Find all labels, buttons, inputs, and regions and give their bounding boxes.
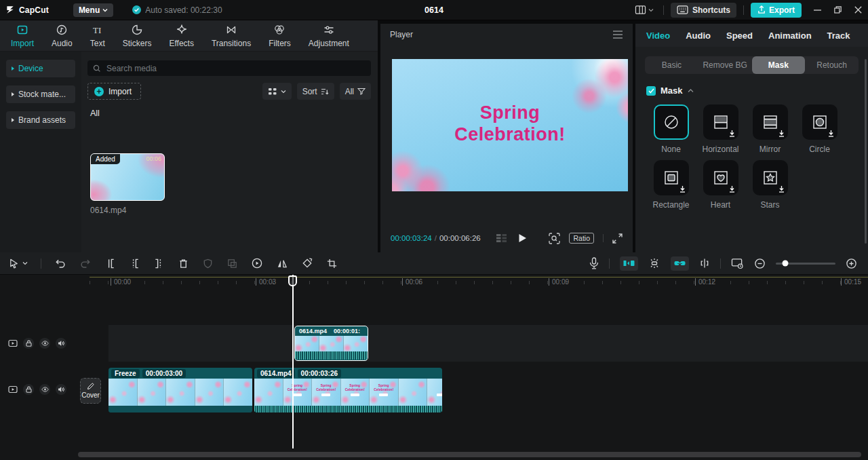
link-clips-button[interactable] [671, 256, 689, 271]
mask-option-rectangle[interactable]: Rectangle [646, 160, 696, 210]
sidebar-item-device[interactable]: Device [6, 60, 75, 77]
tab-audio-props[interactable]: Audio [686, 31, 711, 41]
mask-none-tile[interactable] [654, 104, 689, 140]
tab-stickers[interactable]: Stickers [123, 23, 152, 48]
mask-option-heart[interactable]: Heart [696, 160, 745, 210]
auto-snap-button[interactable] [648, 258, 660, 269]
restore-button[interactable] [827, 0, 848, 20]
edit-cover-button[interactable]: Cover [80, 378, 101, 404]
tab-adjustment[interactable]: Adjustment [309, 23, 349, 48]
mask-horizontal-tile[interactable] [703, 104, 738, 140]
subtab-mask[interactable]: Mask [752, 56, 806, 74]
mask-checkbox[interactable] [646, 86, 656, 96]
tab-animation[interactable]: Animation [768, 31, 812, 41]
tab-import[interactable]: Import [11, 23, 34, 48]
mute-track-button[interactable] [56, 384, 66, 395]
sidebar-item-stock-materials[interactable]: Stock mate... [6, 85, 75, 103]
mask-stars-tile[interactable] [753, 160, 788, 195]
preview-axis-button[interactable] [699, 258, 710, 269]
rotate-button[interactable] [301, 257, 313, 269]
split-button[interactable] [104, 258, 116, 269]
media-thumbnail[interactable]: Added 00:06 [90, 153, 165, 201]
tab-track[interactable]: Track [827, 31, 850, 41]
tab-speed[interactable]: Speed [726, 31, 753, 41]
hide-track-button[interactable] [39, 338, 50, 349]
tab-effects[interactable]: Effects [169, 23, 193, 48]
lock-track-button[interactable] [23, 384, 34, 395]
tab-video[interactable]: Video [646, 31, 670, 41]
record-voiceover-button[interactable] [589, 257, 599, 269]
sort-button[interactable]: Sort [297, 83, 334, 100]
tab-audio[interactable]: Audio [52, 23, 73, 48]
panel-scrollbar[interactable] [865, 59, 867, 244]
subtab-basic[interactable]: Basic [645, 56, 698, 74]
ratio-button[interactable]: Ratio [569, 233, 594, 244]
timeline-scrollbar[interactable] [78, 452, 861, 457]
hide-track-button[interactable] [39, 384, 50, 395]
overlay-clip-selected[interactable]: 0614.mp4 00:00:01: [294, 326, 368, 361]
minimize-button[interactable] [807, 0, 827, 20]
mask-tool-button[interactable] [202, 258, 214, 269]
mask-option-stars[interactable]: Stars [745, 160, 795, 210]
mask-circle-tile[interactable] [802, 104, 837, 140]
delete-right-button[interactable] [153, 258, 165, 269]
zoom-in-button[interactable] [846, 258, 857, 269]
mask-option-none[interactable]: None [646, 104, 696, 154]
freeze-clip[interactable]: Freeze 00:00:03:00 [108, 368, 252, 413]
search-bar[interactable] [87, 60, 371, 76]
overlay-track-lane[interactable] [108, 325, 868, 362]
playhead[interactable] [292, 275, 294, 448]
mask-mirror-tile[interactable] [753, 104, 788, 140]
mask-heart-tile[interactable] [703, 160, 738, 195]
menu-button[interactable]: Menu [73, 3, 113, 17]
filter-button[interactable]: All [340, 83, 371, 100]
mask-option-circle[interactable]: Circle [795, 104, 844, 154]
sidebar-item-brand-assets[interactable]: Brand assets [6, 111, 75, 129]
layout-switcher-button[interactable] [632, 5, 656, 15]
redo-button[interactable] [79, 258, 92, 269]
player-menu-icon[interactable] [612, 31, 623, 39]
mirror-button[interactable] [276, 258, 288, 269]
preview-quality-icon[interactable] [549, 233, 560, 244]
mask-option-mirror[interactable]: Mirror [745, 104, 795, 154]
close-button[interactable] [848, 0, 868, 20]
timeline-ruler[interactable]: 00:00 00:03 00:06 00:09 00:12 00:15 [0, 275, 868, 288]
divider [603, 234, 604, 242]
export-button[interactable]: Export [751, 3, 802, 18]
view-mode-button[interactable] [262, 83, 292, 100]
overlay-tool-button[interactable] [226, 258, 238, 269]
crop-button[interactable] [326, 258, 338, 269]
import-media-button[interactable]: + Import [87, 83, 141, 100]
mask-rectangle-tile[interactable] [654, 160, 689, 195]
select-tool-button[interactable] [8, 258, 28, 269]
magnetic-snap-button[interactable] [620, 256, 638, 271]
subtab-retouch[interactable]: Retouch [805, 56, 859, 74]
tab-transitions[interactable]: Transitions [212, 23, 251, 48]
delete-button[interactable] [178, 258, 189, 269]
lock-track-button[interactable] [23, 338, 34, 349]
video-preview[interactable]: Spring Celebration! [392, 59, 628, 191]
frame-preview-icon[interactable] [496, 233, 507, 243]
zoom-out-button[interactable] [754, 258, 766, 269]
subtab-remove-bg[interactable]: Remove BG [698, 56, 752, 74]
collapse-icon[interactable] [688, 89, 694, 93]
main-video-clip[interactable]: 0614.mp4 00:00:03:26 Spring Celebration!… [254, 368, 442, 413]
mute-track-button[interactable] [56, 338, 66, 349]
zoom-slider-handle[interactable] [783, 261, 789, 267]
mask-option-horizontal[interactable]: Horizontal [696, 104, 745, 154]
media-item-card[interactable]: Added 00:06 0614.mp4 [90, 153, 165, 215]
clip-frame [319, 336, 344, 351]
search-input[interactable] [105, 63, 366, 74]
fullscreen-icon[interactable] [612, 233, 623, 244]
playhead-handle[interactable] [288, 275, 297, 286]
play-icon[interactable] [518, 233, 527, 243]
tab-filters[interactable]: Filters [269, 23, 291, 48]
delete-left-button[interactable] [129, 258, 140, 269]
render-preview-button[interactable] [731, 258, 744, 269]
clip-thumbnails [108, 379, 252, 406]
tab-text[interactable]: TI Text [90, 23, 105, 48]
undo-button[interactable] [54, 258, 66, 269]
shortcuts-button[interactable]: Shortcuts [671, 3, 736, 18]
speed-button[interactable] [251, 257, 263, 269]
timeline-zoom-slider[interactable] [776, 263, 835, 265]
